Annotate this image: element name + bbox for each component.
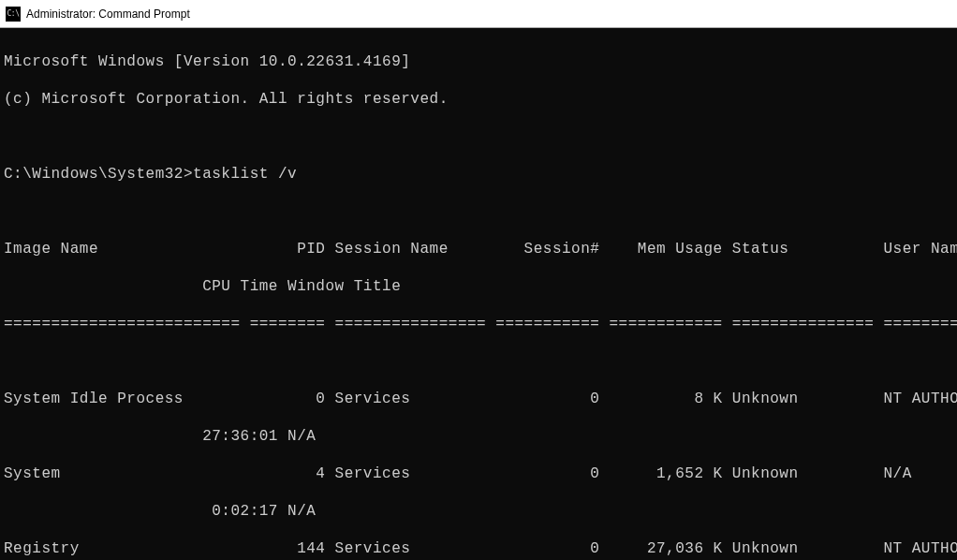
process-row-extra: 0:02:17 N/A [4,502,953,521]
blank-line [4,127,953,146]
blank-line [4,202,953,221]
process-row: System 4 Services 0 1,652 K Unknown N/A [4,464,953,483]
window-title: Administrator: Command Prompt [26,7,190,21]
window-titlebar[interactable]: C:\ Administrator: Command Prompt [0,0,957,28]
cmd-icon: C:\ [6,7,21,22]
column-headers-line1: Image Name PID Session Name Session# Mem… [4,240,953,258]
separator-line: ========================= ======== =====… [4,315,953,333]
header-line-2: (c) Microsoft Corporation. All rights re… [4,90,953,109]
process-row-extra: 27:36:01 N/A [4,427,953,446]
header-line-1: Microsoft Windows [Version 10.0.22631.41… [4,52,953,71]
blank-line [4,352,953,371]
process-row: Registry 144 Services 0 27,036 K Unknown… [4,539,953,558]
process-row: System Idle Process 0 Services 0 8 K Unk… [4,390,953,408]
column-headers-line2: CPU Time Window Title [4,277,953,296]
terminal-output[interactable]: Microsoft Windows [Version 10.0.22631.41… [0,28,957,560]
command-text: tasklist /v [193,166,297,183]
command-prompt-line: C:\Windows\System32>tasklist /v [4,165,953,184]
prompt-path: C:\Windows\System32> [4,166,193,183]
